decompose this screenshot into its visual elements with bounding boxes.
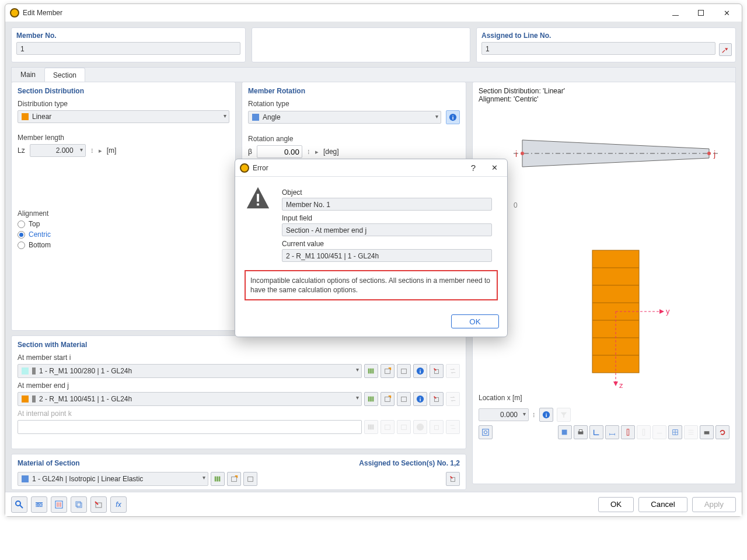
new-button[interactable] bbox=[381, 392, 395, 406]
library-button[interactable] bbox=[364, 392, 378, 406]
cancel-button[interactable]: Cancel bbox=[638, 497, 687, 512]
remove-button[interactable] bbox=[90, 496, 107, 513]
node-j-label: j bbox=[713, 149, 715, 159]
print-menu-button[interactable] bbox=[700, 425, 714, 439]
pick-line-button[interactable] bbox=[719, 43, 732, 56]
function-button[interactable]: fx bbox=[110, 496, 127, 513]
library-button[interactable] bbox=[364, 364, 378, 378]
chevron-down-icon: ▾ bbox=[203, 474, 205, 481]
svg-point-56 bbox=[16, 501, 20, 506]
delete-button[interactable] bbox=[430, 364, 444, 378]
library-button[interactable] bbox=[211, 472, 225, 486]
svg-rect-54 bbox=[643, 429, 645, 436]
angle-symbol: β bbox=[248, 148, 252, 156]
edit-button[interactable] bbox=[397, 364, 411, 378]
minimize-button[interactable] bbox=[662, 4, 688, 22]
play-icon[interactable]: ▸ bbox=[315, 148, 319, 156]
info-icon: i bbox=[416, 367, 424, 375]
apply-button[interactable]: Apply bbox=[692, 497, 736, 512]
edit-button[interactable] bbox=[397, 392, 411, 406]
info-button[interactable]: i bbox=[446, 110, 460, 124]
delete-button[interactable] bbox=[446, 472, 460, 486]
dist-type-dropdown[interactable]: Linear ▾ bbox=[18, 110, 229, 123]
print-button[interactable] bbox=[574, 425, 588, 439]
maximize-button[interactable] bbox=[688, 4, 714, 22]
internal-section-dropdown bbox=[18, 420, 362, 434]
new-icon bbox=[383, 395, 392, 403]
location-value: 0.000 bbox=[500, 411, 518, 419]
dimension-button[interactable] bbox=[605, 425, 619, 439]
list-button bbox=[684, 425, 698, 439]
material-value: 1 - GL24h | Isotropic | Linear Elastic bbox=[32, 475, 143, 483]
view-mode-button[interactable] bbox=[558, 425, 572, 439]
tab-section[interactable]: Section bbox=[44, 68, 85, 82]
edit-icon bbox=[400, 367, 408, 375]
align-top-label: Top bbox=[29, 220, 40, 228]
align-bottom-row[interactable]: Bottom bbox=[18, 241, 229, 249]
stepper-icon[interactable]: ⫶ bbox=[90, 147, 94, 154]
delete-button[interactable] bbox=[430, 392, 444, 406]
svg-text:0.00: 0.00 bbox=[35, 503, 43, 507]
tool-icon bbox=[640, 428, 648, 436]
object-label: Object bbox=[282, 188, 498, 197]
info-icon bbox=[416, 423, 424, 431]
align-top-row[interactable]: Top bbox=[18, 220, 229, 228]
location-input[interactable]: 0.000 ▾ bbox=[479, 408, 529, 421]
warning-icon bbox=[245, 185, 271, 212]
info-button[interactable]: i bbox=[539, 408, 553, 422]
close-button[interactable]: ✕ bbox=[714, 4, 739, 22]
svg-point-34 bbox=[707, 152, 711, 155]
svg-rect-10 bbox=[368, 397, 370, 402]
units-icon: 0.00 bbox=[34, 500, 44, 509]
section-button[interactable] bbox=[621, 425, 635, 439]
info-button bbox=[413, 420, 427, 434]
stepper-icon[interactable]: ⫶ bbox=[307, 148, 310, 155]
svg-text:i: i bbox=[420, 368, 421, 374]
start-section-dropdown[interactable]: 1 - R_M1 100/280 | 1 - GL24h ▾ bbox=[18, 364, 362, 378]
align-centric-row[interactable]: Centric bbox=[18, 230, 229, 239]
error-ok-button[interactable]: OK bbox=[451, 314, 499, 328]
axis-button[interactable] bbox=[589, 425, 603, 439]
object-value: Member No. 1 bbox=[282, 198, 492, 211]
error-dialog: Error ? ✕ Object Member No. 1 Input fiel… bbox=[235, 159, 508, 337]
section-shape-icon bbox=[32, 396, 36, 402]
member-no-field[interactable]: 1 bbox=[16, 42, 240, 55]
assigned-label: Assigned to Line No. bbox=[481, 32, 731, 40]
svg-rect-2 bbox=[368, 369, 370, 374]
assigned-field[interactable]: 1 bbox=[481, 42, 715, 55]
swap-button bbox=[446, 420, 460, 434]
new-button[interactable] bbox=[227, 472, 241, 486]
refresh-button[interactable] bbox=[715, 425, 729, 439]
grid-button[interactable] bbox=[668, 425, 682, 439]
dist-type-label: Distribution type bbox=[18, 100, 229, 108]
svg-line-57 bbox=[20, 505, 23, 508]
rot-type-dropdown[interactable]: Angle ▾ bbox=[248, 111, 441, 124]
swap-icon bbox=[449, 395, 457, 403]
info-button[interactable]: i bbox=[413, 364, 427, 378]
tool-button bbox=[637, 425, 651, 439]
material-dropdown[interactable]: 1 - GL24h | Isotropic | Linear Elastic ▾ bbox=[18, 472, 208, 486]
section-viz: y z bbox=[479, 239, 729, 390]
reset-view-button[interactable] bbox=[479, 425, 493, 439]
end-section-dropdown[interactable]: 2 - R_M1 100/451 | 1 - GL24h ▾ bbox=[18, 392, 362, 406]
play-icon[interactable]: ▸ bbox=[99, 147, 102, 155]
copy-button[interactable] bbox=[71, 496, 87, 513]
help-button[interactable] bbox=[11, 496, 27, 513]
units-button[interactable]: 0.00 bbox=[31, 496, 47, 513]
new-button[interactable] bbox=[381, 364, 395, 378]
angle-input[interactable] bbox=[257, 145, 302, 158]
curval-value: 2 - R_M1 100/451 | 1 - GL24h bbox=[282, 249, 492, 262]
length-input[interactable]: 2.000 ▾ bbox=[30, 144, 86, 157]
edit-button[interactable] bbox=[243, 472, 257, 486]
assigned-sections-label: Assigned to Section(s) No. 1,2 bbox=[359, 459, 460, 467]
length-symbol: Lz bbox=[18, 146, 25, 155]
error-help-button[interactable]: ? bbox=[463, 159, 484, 177]
settings-button[interactable] bbox=[51, 496, 67, 513]
svg-rect-3 bbox=[370, 369, 372, 374]
error-close-button[interactable]: ✕ bbox=[484, 159, 505, 177]
ok-button[interactable]: OK bbox=[598, 497, 634, 512]
tab-main[interactable]: Main bbox=[12, 67, 44, 82]
chevron-down-icon: ▾ bbox=[80, 146, 83, 153]
info-button[interactable]: i bbox=[413, 392, 427, 406]
stepper-icon[interactable]: ⫶ bbox=[532, 411, 536, 418]
